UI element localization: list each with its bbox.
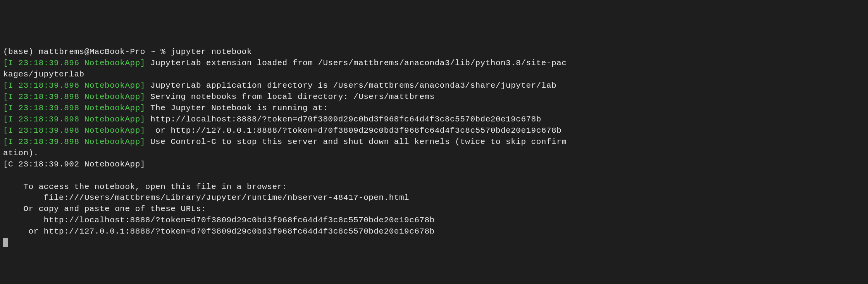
log-tag: [I 23:18:39.896 NotebookApp] <box>3 59 145 68</box>
access-line-3: Or copy and paste one of these URLs: <box>3 204 865 215</box>
log-text-cont: ation). <box>3 149 39 158</box>
log-text: Serving notebooks from local directory: … <box>150 92 435 101</box>
critical-tag: [C 23:18:39.902 NotebookApp] <box>3 160 145 169</box>
blank-line <box>3 170 865 182</box>
log-text: or http://127.0.0.1:8888/?token=d70f3809… <box>150 126 561 135</box>
log-line-0-cont: kages/jupyterlab <box>3 69 865 80</box>
access-line-1: To access the notebook, open this file i… <box>3 182 865 193</box>
log-tag: [I 23:18:39.898 NotebookApp] <box>3 104 145 113</box>
log-line-1: [I 23:18:39.896 NotebookApp] JupyterLab … <box>3 80 865 92</box>
log-line-3: [I 23:18:39.898 NotebookApp] The Jupyter… <box>3 103 865 114</box>
access-text: or http://127.0.0.1:8888/?token=d70f3809… <box>3 227 435 236</box>
prompt-path: ~ <box>150 47 155 56</box>
critical-line: [C 23:18:39.902 NotebookApp] <box>3 159 865 170</box>
access-line-4: http://localhost:8888/?token=d70f3809d29… <box>3 215 865 226</box>
log-text-cont: kages/jupyterlab <box>3 70 84 79</box>
cursor-line[interactable] <box>3 237 865 249</box>
log-line-0: [I 23:18:39.896 NotebookApp] JupyterLab … <box>3 58 865 69</box>
log-line-5: [I 23:18:39.898 NotebookApp] or http://1… <box>3 125 865 137</box>
log-text: http://localhost:8888/?token=d70f3809d29… <box>150 115 541 124</box>
prompt-line: (base) mattbrems@MacBook-Pro ~ % jupyter… <box>3 47 865 58</box>
prompt-env: (base) <box>3 47 34 56</box>
log-text: JupyterLab extension loaded from /Users/… <box>150 59 567 68</box>
access-line-2: file:///Users/mattbrems/Library/Jupyter/… <box>3 192 865 204</box>
log-tag: [I 23:18:39.898 NotebookApp] <box>3 137 145 146</box>
prompt-user-host: mattbrems@MacBook-Pro <box>39 47 145 56</box>
log-text: JupyterLab application directory is /Use… <box>150 81 556 90</box>
log-tag: [I 23:18:39.898 NotebookApp] <box>3 126 145 135</box>
prompt-symbol: % <box>160 47 165 56</box>
log-line-6-cont: ation). <box>3 148 865 159</box>
log-text: Use Control-C to stop this server and sh… <box>150 137 567 146</box>
access-text: Or copy and paste one of these URLs: <box>3 204 206 213</box>
log-tag: [I 23:18:39.898 NotebookApp] <box>3 115 145 124</box>
log-line-2: [I 23:18:39.898 NotebookApp] Serving not… <box>3 92 865 103</box>
log-line-4: [I 23:18:39.898 NotebookApp] http://loca… <box>3 114 865 125</box>
log-tag: [I 23:18:39.898 NotebookApp] <box>3 92 145 101</box>
log-tag: [I 23:18:39.896 NotebookApp] <box>3 81 145 90</box>
access-text: To access the notebook, open this file i… <box>3 182 288 191</box>
command-input[interactable]: jupyter notebook <box>170 47 252 56</box>
access-text: file:///Users/mattbrems/Library/Jupyter/… <box>3 193 409 202</box>
cursor-icon <box>3 238 8 247</box>
access-text: http://localhost:8888/?token=d70f3809d29… <box>3 216 435 225</box>
log-line-6: [I 23:18:39.898 NotebookApp] Use Control… <box>3 137 865 148</box>
access-line-5: or http://127.0.0.1:8888/?token=d70f3809… <box>3 226 865 237</box>
log-text: The Jupyter Notebook is running at: <box>150 104 328 113</box>
